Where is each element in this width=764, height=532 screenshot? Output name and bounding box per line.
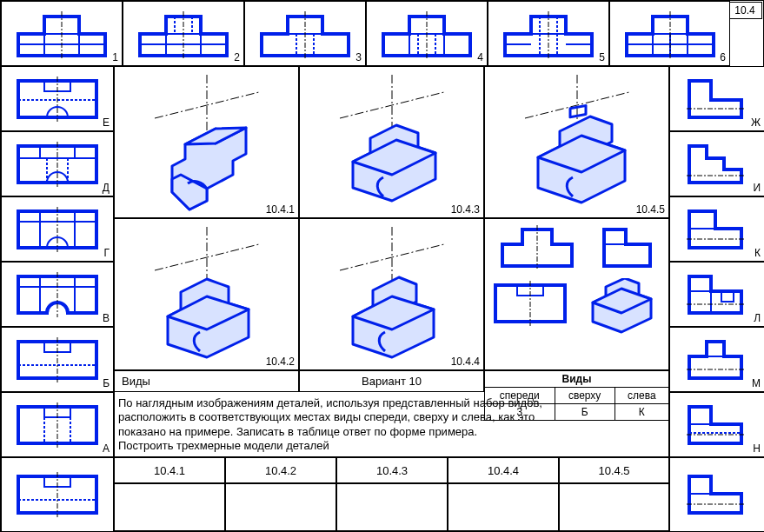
- iso-cell-5: 10.4.5: [484, 66, 669, 218]
- left-label-d: Д: [103, 182, 110, 194]
- iso-cell-1: 10.4.1: [114, 66, 299, 218]
- top-label-1: 1: [112, 51, 118, 63]
- side-view-m-icon: [685, 335, 750, 385]
- answer-label-1: 10.4.1: [154, 464, 185, 477]
- right-cell-m: М: [669, 327, 764, 392]
- blank-cell-2[interactable]: [225, 483, 336, 531]
- sheet-number-badge: 10.4: [727, 2, 762, 19]
- right-label-k: К: [754, 247, 761, 259]
- example-front-icon: [498, 223, 576, 270]
- blank-cell-4[interactable]: [448, 483, 559, 531]
- top-cell-2: 2: [123, 1, 244, 66]
- top-label-6: 6: [720, 51, 726, 63]
- right-cell-n: Н: [669, 392, 764, 457]
- iso-cell-2: 10.4.2: [114, 218, 299, 370]
- top-label-5: 5: [599, 51, 605, 63]
- right-label-zh: Ж: [751, 116, 761, 129]
- iso-10-4-5-icon: [490, 70, 664, 214]
- front-view-4-icon: [379, 8, 475, 60]
- top-view-e-icon: [14, 74, 101, 124]
- top-cell-6: 6: [609, 1, 730, 66]
- example-iso-icon: [580, 278, 662, 335]
- answer-label-3: 10.4.3: [376, 464, 408, 477]
- right-label-n: Н: [753, 442, 761, 455]
- example-top-icon: [491, 278, 569, 330]
- left-extra-cell: [1, 457, 114, 532]
- left-label-g: Г: [104, 247, 110, 259]
- top-view-v-icon: [14, 269, 101, 320]
- right-label-l: Л: [754, 312, 761, 324]
- side-view-zh-icon: [685, 74, 750, 124]
- side-view-k-icon: [685, 204, 750, 255]
- iso-label-5: 10.4.5: [636, 203, 665, 216]
- top-view-d-icon: [14, 139, 101, 190]
- left-label-a: А: [103, 442, 110, 455]
- svg-rect-90: [570, 106, 586, 117]
- top-view-b-icon: [14, 335, 101, 385]
- right-label-m: М: [752, 377, 761, 389]
- blank-cell-1[interactable]: [114, 483, 225, 531]
- right-cell-zh: Ж: [669, 66, 764, 131]
- iso-label-4: 10.4.4: [451, 356, 480, 368]
- sheet-number: 10.4: [734, 4, 754, 17]
- answer-cell-5: 10.4.5: [559, 457, 669, 483]
- iso-label-3: 10.4.3: [451, 203, 480, 216]
- top-view-extra-icon: [14, 469, 101, 520]
- answer-label-4: 10.4.4: [488, 464, 519, 477]
- left-cell-d: Д: [1, 131, 114, 196]
- top-label-4: 4: [477, 51, 483, 63]
- right-cell-i: И: [669, 131, 764, 196]
- left-cell-v: В: [1, 262, 114, 327]
- right-extra-cell: [669, 457, 764, 532]
- right-cell-k: К: [669, 196, 764, 262]
- front-view-2-icon: [136, 8, 231, 60]
- front-view-5-icon: [501, 8, 596, 60]
- answer-cell-4: 10.4.4: [448, 457, 559, 483]
- title-variant: Вариант 10: [299, 370, 484, 392]
- front-view-6-icon: [622, 8, 718, 60]
- blank-cell-5[interactable]: [559, 483, 669, 531]
- right-label-i: И: [753, 182, 761, 194]
- answer-cell-1: 10.4.1: [114, 457, 225, 483]
- left-cell-e: Е: [1, 66, 114, 131]
- top-cell-5: 5: [488, 1, 609, 66]
- example-side-icon: [600, 223, 656, 270]
- answer-label-5: 10.4.5: [598, 464, 629, 477]
- side-view-i-icon: [685, 139, 750, 190]
- iso-label-1: 10.4.1: [266, 203, 295, 216]
- iso-cell-4: 10.4.4: [299, 218, 484, 370]
- blank-cell-3[interactable]: [336, 483, 448, 531]
- top-cell-3: 3: [244, 1, 366, 66]
- front-view-1-icon: [14, 8, 110, 60]
- side-view-l-icon: [685, 269, 750, 320]
- left-cell-a: А: [1, 392, 114, 457]
- left-label-e: Е: [103, 116, 110, 129]
- iso-label-2: 10.4.2: [266, 356, 295, 368]
- example-cell: [484, 218, 669, 370]
- top-label-2: 2: [234, 51, 240, 63]
- iso-10-4-4-icon: [305, 223, 479, 366]
- side-view-extra-icon: [685, 469, 750, 520]
- instr-line-2: расположить в соответствующих местах вид…: [118, 410, 657, 424]
- iso-10-4-3-icon: [305, 70, 479, 214]
- left-label-v: В: [103, 312, 110, 324]
- answer-label-2: 10.4.2: [265, 464, 296, 477]
- title-views-text: Виды: [122, 375, 150, 388]
- instr-line-3: показано на примере. Записать в таблице …: [118, 425, 657, 439]
- top-view-g-icon: [14, 204, 101, 255]
- right-cell-l: Л: [669, 262, 764, 327]
- left-label-b: Б: [103, 377, 110, 389]
- top-view-a-icon: [14, 400, 101, 450]
- instr-line-1: По наглядным изображениям деталей, испол…: [118, 396, 657, 410]
- left-cell-g: Г: [1, 196, 114, 262]
- top-label-3: 3: [355, 51, 362, 63]
- iso-cell-3: 10.4.3: [299, 66, 484, 218]
- table-caption: Виды: [485, 371, 669, 388]
- side-view-n-icon: [685, 400, 750, 450]
- instructions-block: По наглядным изображениям деталей, испол…: [118, 396, 657, 453]
- iso-10-4-1-icon: [120, 70, 294, 214]
- title-variant-text: Вариант 10: [362, 375, 422, 388]
- top-cell-4: 4: [366, 1, 488, 66]
- top-cell-1: 1: [1, 1, 123, 66]
- drawing-sheet: 10.4 1 2: [0, 0, 764, 532]
